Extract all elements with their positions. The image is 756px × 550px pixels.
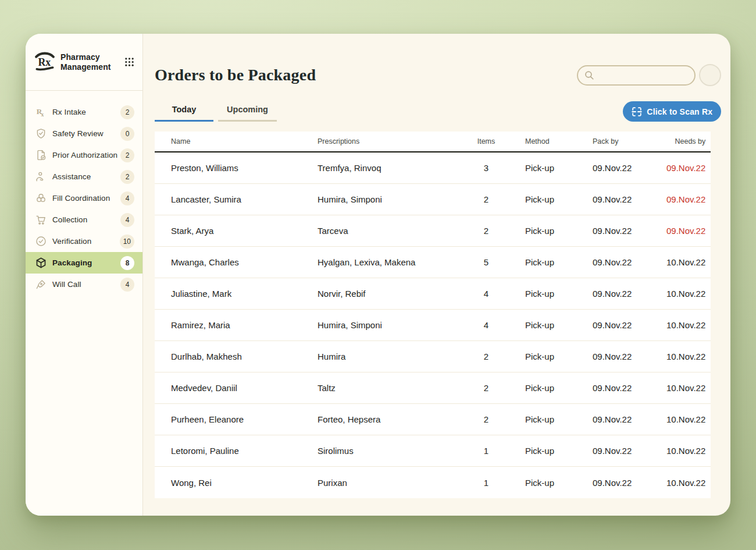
table-row[interactable]: Juliastine, Mark Norvir, Rebif 4 Pick-up… xyxy=(155,278,711,310)
table-row[interactable]: Durlhab, Makhesh Humira 2 Pick-up 09.Nov… xyxy=(155,341,711,372)
app-grid-icon[interactable] xyxy=(124,57,134,67)
svg-text:Rx: Rx xyxy=(38,56,51,68)
table-row[interactable]: Purheen, Eleanore Forteo, Hepsera 2 Pick… xyxy=(155,404,711,435)
sidebar-item-label: Fill Coordination xyxy=(52,194,110,203)
rx-glyph-icon: R x xyxy=(34,106,47,119)
sidebar-item-label: Rx Intake xyxy=(52,108,86,116)
cell-name: Preston, Williams xyxy=(155,163,318,173)
document-check-icon xyxy=(34,149,47,162)
count-badge: 2 xyxy=(120,170,134,184)
cell-items: 2 xyxy=(469,226,504,236)
main-header: Orders to be Packaged xyxy=(155,64,721,86)
cell-pack-by: 09.Nov.22 xyxy=(583,289,666,299)
cell-name: Ramirez, Maria xyxy=(155,320,318,330)
brand-name: Pharmacy Management xyxy=(60,52,111,72)
cell-prescriptions: Taltz xyxy=(318,383,469,393)
cell-prescriptions: Humira xyxy=(318,352,469,361)
table-row[interactable]: Mwanga, Charles Hyalgan, Lexiva, Makena … xyxy=(155,247,711,278)
cell-prescriptions: Humira, Simponi xyxy=(318,194,469,204)
scan-rx-button[interactable]: Click to Scan Rx xyxy=(623,101,721,122)
count-badge: 2 xyxy=(120,105,134,119)
cell-method: Pick-up xyxy=(504,163,583,173)
avatar[interactable] xyxy=(699,64,721,86)
sidebar-item-prior-authorization[interactable]: Prior Authorization 2 xyxy=(26,144,142,166)
header-actions xyxy=(577,64,721,86)
table-row[interactable]: Wong, Rei Purixan 1 Pick-up 09.Nov.22 10… xyxy=(155,467,711,498)
count-badge: 8 xyxy=(120,256,134,270)
sidebar-nav: R x Rx Intake 2 Safety Review 0 xyxy=(26,91,142,295)
sidebar-item-will-call[interactable]: Will Call 4 xyxy=(26,274,142,295)
sidebar-item-safety-review[interactable]: Safety Review 0 xyxy=(26,123,142,144)
overlapping-circles-icon xyxy=(34,192,47,205)
scan-frame-icon xyxy=(632,107,642,117)
cell-name: Purheen, Eleanore xyxy=(155,414,318,424)
cell-needs-by: 10.Nov.22 xyxy=(666,257,711,267)
cell-method: Pick-up xyxy=(504,289,583,299)
cell-items: 4 xyxy=(469,320,504,330)
cell-pack-by: 09.Nov.22 xyxy=(583,352,666,361)
page-title: Orders to be Packaged xyxy=(155,66,316,84)
cell-items: 2 xyxy=(469,194,504,204)
cell-pack-by: 09.Nov.22 xyxy=(583,383,666,393)
sidebar-item-label: Verification xyxy=(52,237,91,246)
brand-header: Rx Pharmacy Management xyxy=(26,34,142,91)
search-icon xyxy=(584,70,595,81)
sidebar-item-packaging[interactable]: Packaging 8 xyxy=(26,252,142,274)
table-row[interactable]: Stark, Arya Tarceva 2 Pick-up 09.Nov.22 … xyxy=(155,215,711,247)
sidebar: Rx Pharmacy Management R xyxy=(26,34,143,516)
cell-items: 5 xyxy=(469,257,504,267)
tab-today[interactable]: Today xyxy=(155,105,213,122)
pen-nib-icon xyxy=(34,278,47,291)
sidebar-item-fill-coordination[interactable]: Fill Coordination 4 xyxy=(26,187,142,209)
cell-prescriptions: Tremfya, Rinvoq xyxy=(318,163,469,173)
cell-needs-by: 10.Nov.22 xyxy=(666,383,711,393)
sidebar-item-collection[interactable]: Collection 4 xyxy=(26,209,142,230)
cell-name: Mwanga, Charles xyxy=(155,257,318,267)
cell-prescriptions: Purixan xyxy=(318,478,469,488)
count-badge: 2 xyxy=(120,148,134,162)
cell-pack-by: 09.Nov.22 xyxy=(583,257,666,267)
sidebar-item-label: Prior Authorization xyxy=(52,151,117,159)
table-row[interactable]: Letoromi, Pauline Sirolimus 1 Pick-up 09… xyxy=(155,435,711,467)
column-header-needs-by: Needs by xyxy=(666,137,711,146)
cell-items: 1 xyxy=(469,446,504,456)
cell-name: Juliastine, Mark xyxy=(155,289,318,299)
cell-method: Pick-up xyxy=(504,478,583,488)
sidebar-item-label: Collection xyxy=(52,215,87,224)
cell-method: Pick-up xyxy=(504,383,583,393)
cell-items: 4 xyxy=(469,289,504,299)
cell-pack-by: 09.Nov.22 xyxy=(583,478,666,488)
cell-method: Pick-up xyxy=(504,414,583,424)
cell-prescriptions: Hyalgan, Lexiva, Makena xyxy=(318,257,469,267)
cell-method: Pick-up xyxy=(504,352,583,361)
table-row[interactable]: Ramirez, Maria Humira, Simponi 4 Pick-up… xyxy=(155,310,711,341)
tab-upcoming[interactable]: Upcoming xyxy=(218,105,277,122)
package-cube-icon xyxy=(34,257,47,269)
sidebar-item-verification[interactable]: Verification 10 xyxy=(26,230,142,252)
cell-prescriptions: Norvir, Rebif xyxy=(318,289,469,299)
cell-items: 3 xyxy=(469,163,504,173)
count-badge: 4 xyxy=(120,278,134,292)
table-row[interactable]: Medvedev, Daniil Taltz 2 Pick-up 09.Nov.… xyxy=(155,372,711,404)
count-badge: 0 xyxy=(120,127,134,141)
column-header-name: Name xyxy=(155,137,318,146)
cell-name: Durlhab, Makhesh xyxy=(155,352,318,361)
cell-items: 2 xyxy=(469,352,504,361)
cell-prescriptions: Forteo, Hepsera xyxy=(318,414,469,424)
cell-name: Medvedev, Daniil xyxy=(155,383,318,393)
cell-method: Pick-up xyxy=(504,320,583,330)
main-content: Orders to be Packaged Today Upcoming xyxy=(143,34,730,516)
cell-needs-by: 10.Nov.22 xyxy=(666,289,711,299)
cell-name: Wong, Rei xyxy=(155,478,318,488)
table-row[interactable]: Preston, Williams Tremfya, Rinvoq 3 Pick… xyxy=(155,152,711,184)
table-row[interactable]: Lancaster, Sumira Humira, Simponi 2 Pick… xyxy=(155,184,711,215)
search-input[interactable] xyxy=(598,70,689,80)
tabs: Today Upcoming xyxy=(155,105,277,122)
column-header-method: Method xyxy=(504,137,583,146)
sidebar-item-assistance[interactable]: Assistance 2 xyxy=(26,166,142,187)
cell-items: 1 xyxy=(469,478,504,488)
search-box[interactable] xyxy=(577,65,696,86)
sidebar-item-rx-intake[interactable]: R x Rx Intake 2 xyxy=(26,101,142,123)
shopping-cart-icon xyxy=(34,214,47,226)
sidebar-item-label: Packaging xyxy=(52,258,92,267)
